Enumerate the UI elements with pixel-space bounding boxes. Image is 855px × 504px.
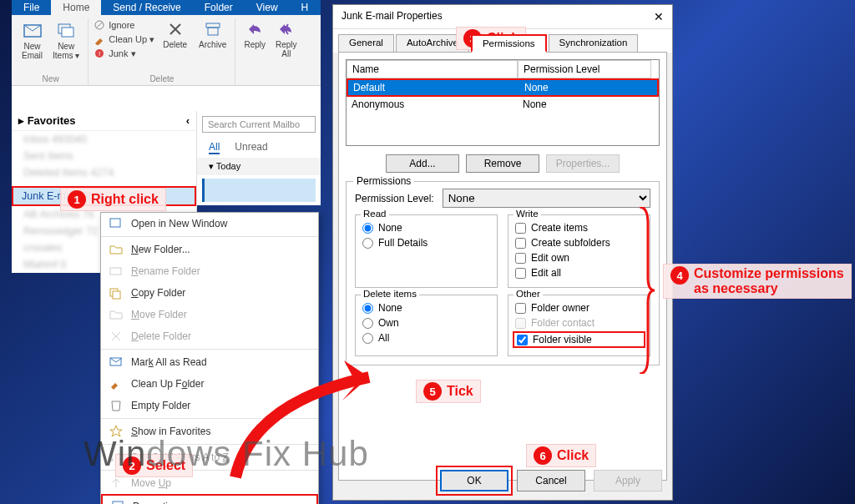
junk-icon: ! [94, 48, 105, 59]
col-permlevel[interactable]: Permission Level [518, 60, 651, 78]
message-item[interactable] [202, 179, 316, 202]
window-icon [109, 217, 123, 230]
move-folder-icon [109, 308, 123, 321]
tab-general[interactable]: General [338, 34, 394, 53]
tab-view[interactable]: View [245, 0, 290, 15]
junk-button[interactable]: !Junk ▾ [94, 47, 154, 60]
search-input[interactable]: Search Current Mailbo [202, 116, 316, 133]
ignore-button[interactable]: Ignore [94, 18, 154, 32]
archive-button[interactable]: Archive [195, 18, 230, 60]
rename-icon [109, 265, 123, 278]
copy-icon [109, 286, 123, 300]
reply-all-button[interactable]: Reply All [272, 18, 301, 60]
filter-unread[interactable]: Unread [235, 141, 267, 154]
tab-synchronization[interactable]: Synchronization [549, 34, 639, 53]
callout-2: 2Select [115, 454, 193, 477]
envelope-icon [23, 20, 43, 40]
cleanup-button[interactable]: Clean Up ▾ [94, 33, 154, 46]
perm-row-anonymous[interactable]: AnonymousNone [347, 97, 659, 112]
delete-all-radio[interactable]: All [362, 330, 490, 345]
callout-1: 1Right click [60, 188, 166, 211]
ctx-delete-folder: Delete Folder [101, 325, 318, 347]
write-fieldset: Write Create items Create subfolders Edi… [508, 214, 650, 288]
other-fieldset: Other Folder owner Folder contact Folder… [508, 295, 650, 356]
create-subfolders-check[interactable]: Create subfolders [515, 235, 643, 250]
tab-home[interactable]: Home [51, 0, 101, 15]
fav-blur-item[interactable]: Inbox 493040 [12, 131, 196, 148]
row-properties-button: Properties... [546, 154, 620, 173]
read-full-radio[interactable]: Full Details [362, 235, 490, 250]
ctx-rename-folder: Rename Folder [101, 260, 318, 282]
tab-help[interactable]: H [290, 0, 321, 15]
permissions-legend: Permissions [353, 175, 414, 187]
tab-sendreceive[interactable]: Send / Receive [101, 0, 192, 15]
folder-contact-check[interactable]: Folder contact [515, 315, 643, 330]
delete-button[interactable]: Delete [159, 18, 190, 60]
delete-fieldset: Delete items None Own All [355, 295, 498, 356]
create-items-check[interactable]: Create items [515, 220, 643, 235]
perm-row-default[interactable]: DefaultNone [347, 78, 659, 97]
cancel-button[interactable]: Cancel [517, 470, 585, 491]
message-list-pane: Search Current Mailbo AllUnread ▾ Today [197, 111, 321, 205]
fav-blur-item[interactable]: Sent Items [12, 148, 196, 164]
properties-icon [111, 500, 124, 504]
svg-rect-7 [206, 23, 220, 28]
apply-button: Apply [594, 470, 662, 491]
svg-rect-8 [208, 28, 218, 35]
new-items-button[interactable]: New Items ▾ [49, 18, 83, 62]
collapse-icon[interactable]: ‹ [186, 114, 190, 127]
folder-owner-check[interactable]: Folder owner [515, 300, 643, 315]
ctx-copy-folder[interactable]: Copy Folder [101, 282, 318, 304]
favorites-header[interactable]: ▸ Favorites [18, 114, 75, 127]
delete-icon [166, 20, 185, 38]
svg-rect-2 [62, 28, 73, 37]
folder-visible-check[interactable]: Folder visible [513, 331, 645, 348]
delete-folder-icon [109, 330, 123, 343]
reply-button[interactable]: Reply [240, 18, 269, 60]
ctx-move-folder: Move Folder [101, 304, 318, 325]
ctx-new-folder[interactable]: NNew Folder...ew Folder... [101, 239, 318, 260]
delete-own-radio[interactable]: Own [362, 315, 490, 330]
svg-rect-9 [110, 219, 120, 227]
ctx-properties[interactable]: Properties... [101, 494, 318, 504]
perm-level-label: Permission Level: [355, 193, 434, 204]
read-fieldset: Read None Full Details [355, 214, 498, 288]
callout-5: 5Tick [416, 380, 481, 403]
col-name[interactable]: Name [347, 60, 518, 78]
reply-icon [245, 20, 264, 38]
tab-permissions[interactable]: Permissions [471, 34, 547, 53]
ribbon: New Email New Items ▾ New Ignore Clean U… [12, 15, 321, 86]
permissions-table: NamePermission Level DefaultNone Anonymo… [346, 59, 660, 146]
tab-file[interactable]: File [12, 0, 51, 15]
edit-own-check[interactable]: Edit own [515, 250, 643, 265]
up-icon [109, 476, 123, 490]
broom-icon [94, 33, 105, 45]
fav-blur-item[interactable]: Deleted Items 4274 [12, 164, 196, 181]
read-none-radio[interactable]: None [362, 220, 490, 235]
perm-level-select[interactable]: None [443, 189, 650, 208]
empty-icon [109, 399, 123, 412]
brace-icon [638, 207, 655, 374]
new-items-icon [56, 20, 76, 40]
new-folder-icon [109, 243, 123, 256]
ok-button[interactable]: OK [440, 470, 508, 491]
svg-rect-12 [113, 291, 120, 299]
delete-none-radio[interactable]: None [362, 300, 490, 315]
edit-all-check[interactable]: Edit all [515, 265, 643, 280]
group-delete-label: Delete [149, 74, 174, 85]
ctx-open-new-window[interactable]: Open in New Window [101, 213, 318, 234]
ribbon-tabs: File Home Send / Receive Folder View H [12, 0, 321, 15]
today-group[interactable]: ▾ Today [197, 158, 321, 175]
dialog-title: Junk E-mail Properties [341, 10, 443, 23]
tab-folder[interactable]: Folder [193, 0, 245, 15]
new-email-button[interactable]: New Email [18, 18, 46, 62]
mark-read-icon [109, 355, 123, 369]
filter-all[interactable]: All [209, 141, 220, 154]
remove-button[interactable]: Remove [466, 154, 539, 173]
permissions-fieldset: Permissions Permission Level: None Read … [346, 181, 660, 365]
archive-icon [204, 20, 222, 38]
close-button[interactable]: ✕ [654, 10, 664, 23]
ignore-icon [94, 19, 105, 31]
add-button[interactable]: Add... [386, 154, 459, 173]
fav-blur-item[interactable] [12, 181, 196, 186]
